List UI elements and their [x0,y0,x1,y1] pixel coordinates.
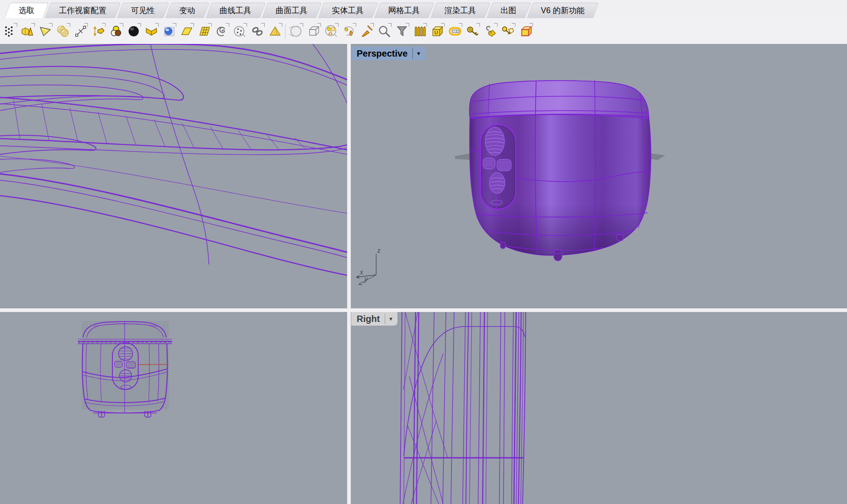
dots-grid-icon[interactable] [1,22,19,41]
tab-label: 出图 [501,5,517,16]
mesh-grid-icon[interactable] [195,22,213,41]
tab-surface-tools[interactable]: 曲面工具 [265,3,319,18]
dimension-hand-icon[interactable] [89,22,107,41]
white-sphere-icon[interactable] [287,22,305,41]
chain-links-icon[interactable] [248,22,266,41]
tab-v6-new-features[interactable]: V6 的新功能 [530,3,596,18]
tab-viewport-layout[interactable]: 工作视窗配置 [48,3,118,18]
rice-cooker-model[interactable] [467,80,653,261]
axis-label-y: y [363,275,368,283]
flyout-corner-mark [529,23,533,27]
tab-curve-tools[interactable]: 曲线工具 [208,3,263,18]
flyout-corner-mark [512,23,515,27]
viewport-label-text[interactable]: Right [357,314,380,324]
right-view-canvas[interactable] [351,312,847,504]
viewport-dropdown-icon[interactable]: ▼ [416,51,425,56]
control-panel[interactable] [480,125,516,209]
flyout-corner-mark [208,23,212,27]
tab-drafting[interactable]: 出图 [489,3,528,18]
top-left-wireframe-canvas[interactable] [0,44,347,308]
label-separator [412,48,413,59]
shapes-lens-icon[interactable] [322,22,340,41]
tab-label: 工作视窗配置 [59,5,106,16]
flyout-corner-mark [423,23,427,27]
flyout-corner-mark [406,23,409,27]
flyout-corner-mark [84,23,88,27]
viewport-label-text[interactable]: Perspective [357,48,407,59]
pyramid-icon[interactable] [266,22,284,41]
tab-mesh-tools[interactable]: 网格工具 [377,3,431,18]
yellow-plane-icon[interactable] [178,22,195,41]
curve-droplet-icon[interactable] [340,22,358,41]
key-icon[interactable] [464,22,481,41]
flyout-corner-mark [190,23,194,27]
tab-transform[interactable]: 变动 [168,3,207,18]
tab-label: 渲染工具 [445,5,476,16]
tab-bar: 选取工作视窗配置可见性变动曲线工具曲面工具实体工具网格工具渲染工具出图V6 的新… [0,0,847,18]
tab-select[interactable]: 选取 [7,3,46,18]
point-cloud-icon[interactable] [231,22,248,41]
magnifier-icon[interactable] [375,22,393,41]
perspective-canvas[interactable]: z x y [351,44,847,308]
open-box-icon[interactable] [142,22,160,41]
flyout-corner-mark [441,23,445,27]
right-wireframe [400,312,526,504]
box-and-cone-icon[interactable] [19,22,36,41]
flyout-corner-mark [31,23,35,27]
label-separator [385,313,385,324]
flyout-corner-mark [317,23,321,27]
viewport-area: z x y Perspective ▼ [0,44,847,504]
viewport-front[interactable] [0,312,347,504]
black-sphere-icon[interactable] [125,22,142,41]
flyout-corner-mark [476,23,480,27]
paintbrush-icon[interactable] [358,22,375,41]
spiral-curve-icon[interactable] [213,22,231,41]
tab-visibility[interactable]: 可见性 [120,3,166,18]
toolbar-separator [285,24,286,38]
flyout-corner-mark [120,23,123,27]
tab-label: 实体工具 [332,5,364,16]
tab-render-tools[interactable]: 渲染工具 [433,3,488,18]
viewport-right[interactable]: Right ▼ [351,312,847,504]
axis-label-z: z [377,246,381,254]
flyout-corner-mark [494,23,498,27]
tab-solid-tools[interactable]: 实体工具 [321,3,375,18]
control-points-arrows-icon[interactable] [72,22,89,41]
red-frame-box-icon[interactable] [517,22,534,41]
button-pill-left[interactable] [483,158,495,169]
hook-tag-icon[interactable] [481,22,499,41]
speaker-oval-bottom [489,173,505,193]
u-box-icon[interactable]: U [428,22,446,41]
tab-label: 变动 [179,5,195,16]
toolbar: U [0,18,847,44]
cone-wedge-icon[interactable] [36,22,54,41]
flyout-corner-mark [173,23,176,27]
axis-gizmo: z x y [356,246,381,285]
flyout-corner-mark [353,23,356,27]
tab-label: 网格工具 [388,5,420,16]
glass-cube-icon[interactable] [305,22,322,41]
viewport-top-left[interactable] [0,44,347,308]
flyout-corner-mark [155,23,159,27]
hatched-circles-icon[interactable] [54,22,72,41]
front-view-canvas[interactable] [0,312,347,504]
flyout-corner-mark [14,23,17,27]
blue-sphere-block-icon[interactable] [160,22,178,41]
fence-icon[interactable] [411,22,428,41]
key-tag-icon[interactable] [499,22,517,41]
tab-label: 选取 [19,5,34,16]
viewport-label-right[interactable]: Right ▼ [351,312,397,326]
funnel-filter-icon[interactable] [393,22,411,41]
three-color-circles-icon[interactable] [107,22,125,41]
tab-label: 曲面工具 [276,5,308,16]
viewport-dropdown-icon[interactable]: ▼ [388,317,397,322]
viewport-perspective[interactable]: z x y Perspective ▼ [351,44,847,308]
flyout-corner-mark [300,23,303,27]
flyout-corner-mark [335,23,339,27]
ring-cylinder-icon[interactable] [446,22,464,41]
viewport-label-perspective[interactable]: Perspective ▼ [351,47,425,60]
flyout-corner-mark [243,23,247,27]
tab-label: 曲线工具 [220,5,252,16]
cooker-lid [469,81,649,119]
flyout-corner-mark [388,23,392,27]
